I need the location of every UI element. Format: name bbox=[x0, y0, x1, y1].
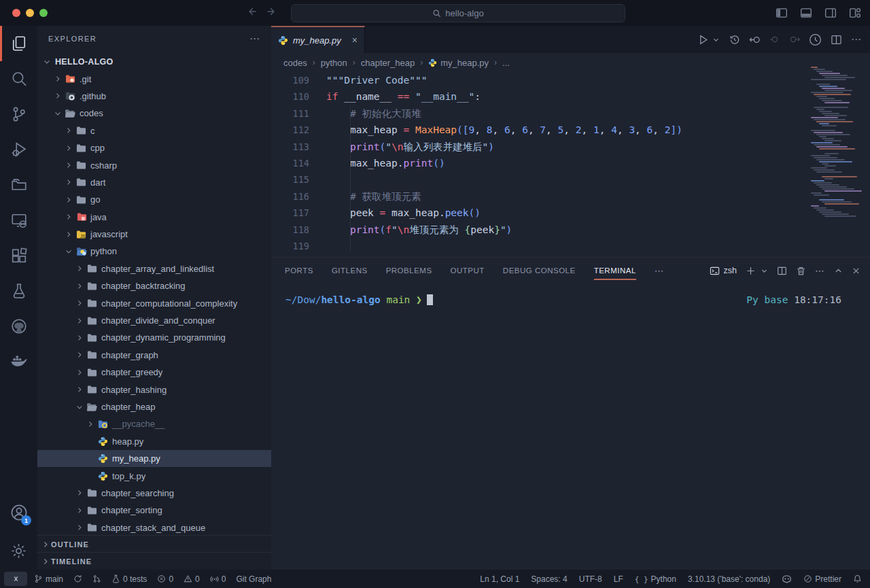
file-history-icon[interactable] bbox=[809, 33, 822, 46]
folder-java[interactable]: java bbox=[37, 209, 271, 226]
status-0[interactable]: 0 bbox=[184, 574, 200, 584]
file-heap-py[interactable]: heap.py bbox=[37, 433, 271, 450]
maximize-panel-chevron-icon[interactable] bbox=[834, 266, 843, 275]
run-dropdown-chevron-icon[interactable] bbox=[712, 36, 720, 44]
panel-tabs-overflow-icon[interactable]: ⋯ bbox=[655, 265, 665, 276]
status-sync[interactable] bbox=[73, 574, 82, 583]
folder-chapter-greedy[interactable]: chapter_greedy bbox=[37, 364, 271, 381]
terminal-dropdown-chevron-icon[interactable] bbox=[761, 267, 768, 275]
split-terminal-icon[interactable] bbox=[777, 266, 787, 276]
panel-tab-gitlens[interactable]: GITLENS bbox=[332, 264, 368, 277]
toggle-panel-icon[interactable] bbox=[799, 5, 813, 20]
terminal-instance[interactable]: zsh bbox=[710, 266, 737, 276]
remote-indicator[interactable] bbox=[4, 572, 27, 586]
folder-c[interactable]: c bbox=[37, 122, 271, 139]
gitlens-compare-prev-icon[interactable] bbox=[749, 34, 761, 46]
editor-more-actions-icon[interactable]: ⋯ bbox=[851, 33, 862, 46]
folder--git[interactable]: .git bbox=[37, 70, 271, 87]
status-lf[interactable]: LF bbox=[614, 574, 623, 584]
status-0[interactable]: 0 bbox=[157, 574, 173, 584]
folder-codes[interactable]: codes bbox=[37, 105, 271, 122]
folder-csharp[interactable]: csharp bbox=[37, 156, 271, 173]
breadcrumb-chapter-heap[interactable]: chapter_heap bbox=[361, 58, 415, 68]
folder-chapter-array-and-linkedlist[interactable]: chapter_array_and_linkedlist bbox=[37, 260, 271, 277]
folder--github[interactable]: .github bbox=[37, 88, 271, 105]
status-0[interactable]: 0 bbox=[210, 574, 226, 584]
folder-chapter-divide-and-conquer[interactable]: chapter_divide_and_conquer bbox=[37, 312, 271, 329]
command-center-search[interactable]: hello-algo bbox=[291, 4, 625, 22]
explorer-icon[interactable] bbox=[0, 26, 37, 61]
close-tab-icon[interactable]: × bbox=[352, 35, 358, 46]
run-python-file-icon[interactable] bbox=[697, 34, 709, 46]
folder-chapter-hashing[interactable]: chapter_hashing bbox=[37, 381, 271, 398]
folder-chapter-searching[interactable]: chapter_searching bbox=[37, 485, 271, 502]
file-top-k-py[interactable]: top_k.py bbox=[37, 467, 271, 484]
toggle-secondary-sidebar-icon[interactable] bbox=[823, 5, 837, 20]
status-3-10-13-base-conda[interactable]: 3.10.13 ('base': conda) bbox=[688, 574, 770, 584]
status-bell[interactable] bbox=[853, 574, 862, 583]
panel-tab-terminal[interactable]: TERMINAL bbox=[594, 264, 636, 277]
breadcrumb-my-heap-py[interactable]: my_heap.py bbox=[428, 58, 489, 68]
accounts-icon[interactable]: 1 bbox=[0, 494, 37, 532]
breadcrumb-codes[interactable]: codes bbox=[283, 58, 307, 68]
panel-tab-problems[interactable]: PROBLEMS bbox=[386, 264, 432, 277]
search-view-icon[interactable] bbox=[0, 61, 37, 97]
status-0-tests[interactable]: 0 tests bbox=[111, 574, 147, 584]
kill-terminal-trash-icon[interactable] bbox=[796, 266, 806, 276]
split-editor-icon[interactable] bbox=[831, 34, 842, 46]
new-terminal-icon[interactable] bbox=[746, 266, 756, 276]
panel-more-actions-icon[interactable]: ⋯ bbox=[815, 265, 825, 276]
status-gitgraph[interactable] bbox=[92, 574, 101, 583]
gitlens-next-change-icon[interactable] bbox=[789, 34, 800, 45]
panel-tab-output[interactable]: OUTPUT bbox=[451, 264, 485, 277]
folder-dart[interactable]: dart bbox=[37, 174, 271, 191]
extensions-icon[interactable] bbox=[0, 238, 37, 273]
close-window-button[interactable] bbox=[12, 9, 20, 17]
folder-chapter-backtracking[interactable]: chapter_backtracking bbox=[37, 277, 271, 294]
nav-forward-icon[interactable] bbox=[266, 6, 277, 17]
settings-gear-icon[interactable] bbox=[0, 532, 37, 570]
timeline-history-icon[interactable] bbox=[729, 34, 740, 46]
minimap[interactable] bbox=[811, 67, 864, 227]
status-main[interactable]: main bbox=[34, 574, 63, 584]
remote-explorer-icon[interactable] bbox=[0, 203, 37, 238]
maximize-window-button[interactable] bbox=[39, 9, 48, 17]
status-ln-1-col-1[interactable]: Ln 1, Col 1 bbox=[480, 574, 519, 584]
folder-chapter-graph[interactable]: chapter_graph bbox=[37, 347, 271, 364]
tree-root-hello-algo[interactable]: HELLO-ALGO bbox=[37, 53, 271, 70]
github-icon[interactable] bbox=[0, 309, 37, 344]
testing-flask-icon[interactable] bbox=[0, 273, 37, 309]
tab-my-heap[interactable]: my_heap.py × bbox=[271, 26, 365, 53]
run-debug-icon[interactable] bbox=[0, 132, 37, 167]
status-prettier[interactable]: Prettier bbox=[803, 574, 841, 584]
timeline-section[interactable]: TIMELINE bbox=[37, 552, 271, 570]
source-control-icon[interactable] bbox=[0, 97, 37, 132]
folder-chapter-computational-complexity[interactable]: chapter_computational_complexity bbox=[37, 294, 271, 311]
folder-chapter-heap[interactable]: chapter_heap bbox=[37, 398, 271, 415]
folder-chapter-stack-and-queue[interactable]: chapter_stack_and_queue bbox=[37, 519, 271, 536]
folder-cpp[interactable]: cpp bbox=[37, 139, 271, 156]
status-copilot[interactable] bbox=[782, 574, 792, 584]
folder-chapter-sorting[interactable]: chapter_sorting bbox=[37, 502, 271, 519]
panel-tab-ports[interactable]: PORTS bbox=[285, 264, 313, 277]
status-git-graph[interactable]: Git Graph bbox=[236, 574, 271, 584]
gitlens-prev-change-icon[interactable] bbox=[769, 34, 780, 45]
status-python[interactable]: { }Python bbox=[635, 574, 676, 584]
breadcrumb-python[interactable]: python bbox=[321, 58, 347, 68]
close-panel-icon[interactable] bbox=[852, 266, 860, 275]
toggle-sidebar-icon[interactable] bbox=[774, 5, 788, 20]
docker-icon[interactable] bbox=[0, 344, 37, 379]
customize-layout-icon[interactable] bbox=[848, 5, 862, 20]
folder-go[interactable]: go bbox=[37, 191, 271, 208]
outline-section[interactable]: OUTLINE bbox=[37, 535, 271, 553]
explorer-more-actions-icon[interactable]: ⋯ bbox=[249, 33, 260, 45]
status-utf-8[interactable]: UTF-8 bbox=[579, 574, 602, 584]
folder--pycache-[interactable]: __pycache__ bbox=[37, 415, 271, 432]
panel-tab-debug-console[interactable]: DEBUG CONSOLE bbox=[503, 264, 576, 277]
nav-back-icon[interactable] bbox=[246, 6, 257, 17]
code-editor[interactable]: 109"""Driver Code"""110if __name__ == "_… bbox=[271, 72, 870, 257]
status-spaces-4[interactable]: Spaces: 4 bbox=[531, 574, 567, 584]
folder-python[interactable]: python bbox=[37, 243, 271, 260]
project-folder-icon[interactable] bbox=[0, 167, 37, 203]
minimize-window-button[interactable] bbox=[26, 9, 34, 17]
